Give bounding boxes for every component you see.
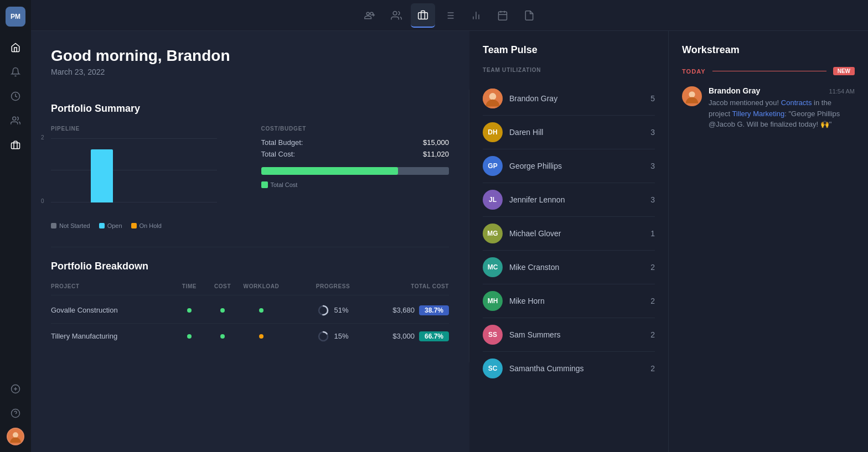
bar-chart: 2 0 [51, 138, 217, 216]
member-name-daren: Daren Hill [509, 128, 637, 137]
team-utilization-label: TEAM UTILIZATION [483, 67, 655, 73]
bars-container [64, 138, 217, 202]
dashboard-header: Good morning, Brandon March 23, 2022 [31, 31, 469, 90]
member-avatar-michael: MG [483, 224, 503, 243]
member-name-horn: Mike Horn [509, 297, 637, 305]
svg-rect-2 [12, 143, 20, 149]
team-member-row: SC Samantha Cummings 2 [483, 352, 655, 385]
table-row: Govalle Construction [51, 298, 449, 324]
progress-circle-tillery [317, 330, 329, 342]
member-name-samantha: Samantha Cummings [509, 364, 637, 373]
pipeline-label: PIPELINE [51, 126, 239, 132]
ws-link-tillery[interactable]: Tillery Marketing [732, 110, 784, 118]
member-name-george: George Phillips [509, 162, 637, 170]
member-count-george: 3 [644, 162, 655, 170]
col-header-workload: WORKLOAD [239, 283, 283, 289]
row-project-govalle: Govalle Construction [51, 306, 173, 314]
team-member-row: JL Jennifer Lennon 3 [483, 183, 655, 217]
cost-legend-label: Total Cost [271, 181, 298, 188]
cost-value-govalle: $3,680 [392, 306, 415, 314]
row-project-tillery: Tillery Manufacturing [51, 332, 173, 340]
member-name-jennifer: Jennifer Lennon [509, 195, 637, 204]
nav-briefcase[interactable] [411, 3, 435, 28]
member-avatar-cranston: MC [483, 257, 503, 277]
legend-open-label: Open [107, 222, 122, 229]
progress-pct-govalle: 51% [334, 306, 348, 314]
sidebar-item-clock[interactable] [6, 86, 25, 106]
legend-on-hold: On Hold [131, 222, 162, 229]
nav-document[interactable] [517, 3, 541, 28]
nav-list[interactable] [437, 3, 462, 28]
col-header-cost: COST [206, 283, 239, 289]
ws-content: Brandon Gray 11:54 AM Jacob mentioned yo… [709, 86, 855, 130]
workstream-header: TODAY NEW [682, 67, 855, 75]
member-avatar-sam: SS [483, 325, 503, 345]
svg-rect-22 [499, 12, 507, 20]
pipeline-section: PIPELINE 2 0 [51, 126, 239, 229]
chart-legend: Not Started Open On Hold [51, 222, 239, 229]
cost-label: COST/BUDGET [261, 126, 450, 132]
sidebar-item-home[interactable] [6, 38, 25, 58]
user-avatar[interactable] [7, 428, 24, 445]
team-member-row: DH Daren Hill 3 [483, 116, 655, 149]
app-logo[interactable]: PM [6, 7, 25, 27]
nav-people-add[interactable] [358, 3, 382, 28]
row-workload-govalle [239, 308, 283, 313]
member-avatar-daren: DH [483, 122, 503, 142]
row-progress-tillery: 15% [283, 330, 383, 342]
nav-calendar[interactable] [490, 3, 515, 28]
row-cost-tillery [206, 334, 239, 339]
total-budget-label: Total Budget: [261, 138, 303, 147]
member-avatar-samantha: SC [483, 359, 503, 378]
member-count-horn: 2 [644, 297, 655, 305]
workload-dot-tillery [259, 334, 264, 339]
progress-badge-tillery: 66.7% [419, 331, 449, 341]
grid-label-0: 0 [41, 198, 44, 204]
svg-point-1 [13, 117, 16, 120]
member-name-brandon: Brandon Gray [509, 94, 637, 103]
dashboard-panel: Good morning, Brandon March 23, 2022 Por… [31, 31, 469, 452]
ws-link-contracts[interactable]: Contracts [781, 98, 812, 107]
sidebar-item-add[interactable] [6, 379, 25, 399]
nav-chart[interactable] [464, 3, 488, 28]
team-member-row: MH Mike Horn 2 [483, 284, 655, 318]
col-header-total-cost: TOTAL COST [383, 283, 449, 289]
grid-label-2: 2 [41, 134, 44, 141]
total-budget-row: Total Budget: $15,000 [261, 138, 450, 147]
cost-dot-tillery [220, 334, 225, 339]
cost-value-tillery: $3,000 [392, 332, 415, 340]
total-cost-value: $11,020 [423, 150, 449, 158]
top-nav [31, 0, 868, 31]
cost-legend-dot [261, 181, 268, 188]
row-cost-govalle [206, 308, 239, 313]
portfolio-summary-grid: PIPELINE 2 0 [51, 126, 449, 229]
progress-circle-govalle [317, 304, 329, 316]
cost-legend: Total Cost [261, 181, 450, 188]
row-progress-govalle: 51% [283, 304, 383, 316]
nav-people[interactable] [384, 3, 409, 28]
ws-text-before: Jacob mentioned you! [709, 98, 781, 107]
member-count-cranston: 2 [644, 263, 655, 272]
team-pulse-title: Team Pulse [483, 44, 655, 56]
col-header-project: PROJECT [51, 283, 173, 289]
svg-rect-12 [418, 12, 428, 19]
sidebar-item-help[interactable] [6, 403, 25, 423]
portfolio-section: Portfolio Summary PIPELINE 2 [31, 90, 469, 362]
budget-bar-container [261, 167, 450, 175]
total-cost-row: Total Cost: $11,020 [261, 150, 450, 158]
col-header-progress: PROGRESS [283, 283, 383, 289]
time-dot-tillery [187, 334, 192, 339]
svg-point-11 [393, 11, 397, 15]
member-count-jennifer: 3 [644, 195, 655, 204]
member-name-cranston: Mike Cranston [509, 263, 637, 272]
sidebar-item-briefcase[interactable] [6, 135, 25, 155]
member-avatar-brandon [483, 89, 503, 108]
total-cost-label: Total Cost: [261, 150, 295, 158]
sidebar-item-notifications[interactable] [6, 62, 25, 82]
cost-dot-govalle [220, 308, 225, 313]
team-member-row: MC Mike Cranston 2 [483, 251, 655, 284]
ws-time: 11:54 AM [829, 88, 855, 95]
ws-avatar [682, 86, 702, 106]
sidebar-item-people[interactable] [6, 111, 25, 131]
workstream-item: Brandon Gray 11:54 AM Jacob mentioned yo… [682, 86, 855, 130]
